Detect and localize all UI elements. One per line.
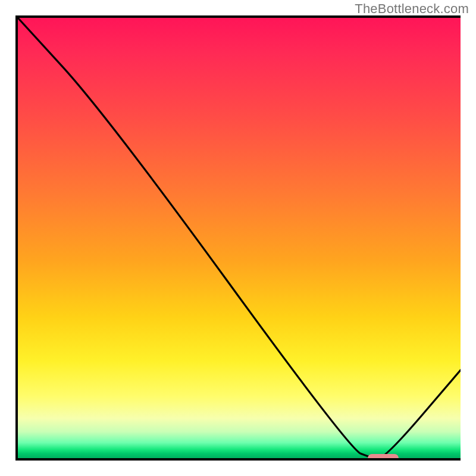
optimal-range-marker <box>368 454 399 461</box>
bottleneck-curve <box>18 18 461 458</box>
curve-path <box>18 18 461 458</box>
plot-area <box>15 15 461 461</box>
watermark-text: TheBottleneck.com <box>355 1 469 17</box>
chart-container: TheBottleneck.com <box>0 0 476 476</box>
